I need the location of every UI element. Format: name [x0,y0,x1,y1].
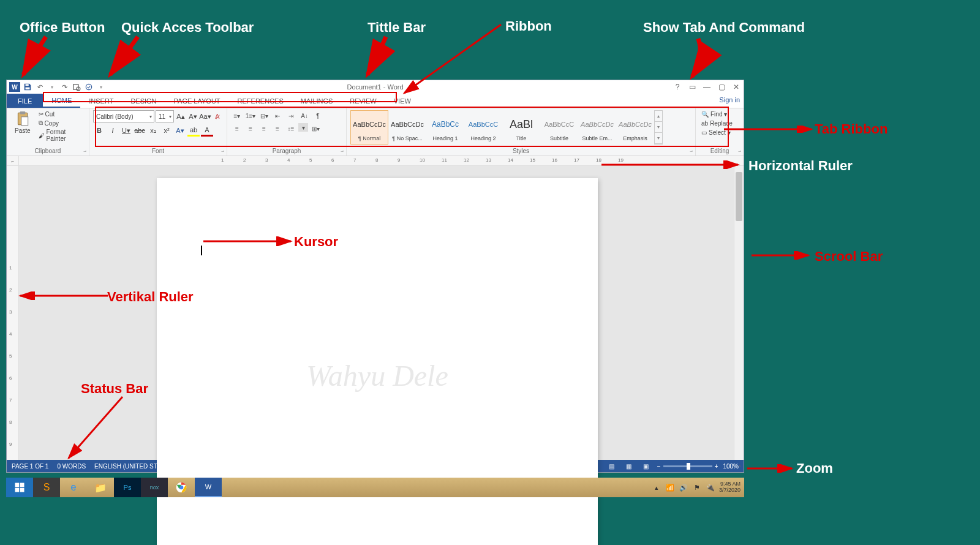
save-icon[interactable] [23,82,32,92]
qat-customize-icon[interactable]: ▾ [96,82,106,92]
undo-icon[interactable]: ↶ [35,82,45,92]
group-label-paragraph: Paragraph [231,146,342,154]
svg-rect-10 [15,488,20,492]
group-label-clipboard: Clipboard [10,146,85,154]
watermark-text: Wahyu Dele [306,359,448,393]
tray-power-icon[interactable]: 🔌 [706,483,715,492]
svg-rect-11 [20,488,24,492]
paste-button[interactable]: Paste [10,110,35,143]
windows-taskbar: S e 📁 Ps nox W ▴ 📶 🔊 ⚑ 🔌 9:45 AM 3/7/202… [6,478,744,497]
paste-label: Paste [15,127,31,134]
annotation-kursor: Kursor [294,234,338,250]
zoom-level[interactable]: 100% [723,463,739,470]
zoom-slider-thumb[interactable] [687,463,690,470]
ruler-corner: ⌐ [7,156,19,166]
collapse-ribbon-icon[interactable]: ˄ [738,464,741,471]
close-icon[interactable]: ✕ [731,83,741,91]
svg-rect-0 [26,84,29,86]
tray-clock[interactable]: 9:45 AM 3/7/2020 [719,481,741,494]
vertical-scrollbar[interactable] [734,166,744,460]
scrollbar-thumb[interactable] [736,172,742,221]
arrow-icon [12,31,61,83]
redo-icon[interactable]: ↷ [59,82,69,92]
vertical-ruler[interactable]: 123456789 [7,166,19,460]
taskbar-app-word[interactable]: W [195,478,222,497]
tray-network-icon[interactable]: 📶 [665,483,675,492]
qat-custom-2-icon[interactable] [84,82,94,92]
taskbar-app-chrome[interactable] [168,478,195,497]
svg-rect-8 [15,483,20,487]
minimize-icon[interactable]: — [702,83,712,91]
tray-flag-icon[interactable]: ⚑ [692,483,702,492]
start-button[interactable] [6,478,33,497]
highlight-box-tabs [43,92,397,102]
arrow-icon [680,34,729,83]
paste-icon [15,110,31,127]
scissors-icon: ✂ [39,111,43,118]
window-controls: ? ▭ — ▢ ✕ [673,83,741,91]
word-logo-icon[interactable]: W [9,82,20,92]
web-layout-icon[interactable]: ▣ [640,462,652,470]
cut-button[interactable]: ✂Cut [37,110,85,118]
zoom-out-button[interactable]: − [657,463,661,470]
annotation-zoom: Zoom [796,460,833,476]
arrow-icon [17,291,109,300]
arrow-icon [202,236,294,246]
undo-dropdown-icon[interactable]: ▾ [47,82,57,92]
quick-access-toolbar: W ↶ ▾ ↷ ▾ [7,82,108,92]
zoom-in-button[interactable]: + [715,463,718,470]
tab-file[interactable]: FILE [7,94,43,108]
svg-rect-7 [21,117,28,126]
group-label-font: Font [93,146,223,154]
annotation-tab-ribbon: Tab Ribbon [815,121,888,137]
ribbon-options-icon[interactable]: ▭ [687,83,697,91]
brush-icon: 🖌 [39,132,45,139]
taskbar-app-explorer[interactable]: 📁 [87,478,114,497]
sign-in-link[interactable]: Sign in [719,96,740,103]
zoom-control: − + [657,463,718,470]
svg-rect-1 [26,88,30,90]
taskbar-app-sublime[interactable]: S [33,478,60,497]
arrow-icon [723,126,815,133]
tray-sound-icon[interactable]: 🔊 [679,483,688,492]
arrow-icon [746,464,795,473]
annotation-horizontal-ruler: Horizontal Ruler [748,158,853,174]
arrow-icon [104,31,153,83]
arrow-icon [600,160,741,169]
document-title: Document1 - Word [347,83,403,91]
taskbar-app-photoshop[interactable]: Ps [114,478,141,497]
svg-point-4 [86,84,91,89]
taskbar-app-nox[interactable]: nox [141,478,168,497]
read-mode-icon[interactable]: ▤ [606,462,618,470]
arrow-icon [750,251,812,260]
status-page[interactable]: PAGE 1 OF 1 [12,463,48,470]
group-clipboard: Paste ✂Cut ⧉Copy 🖌Format Painter Clipboa… [7,108,89,156]
highlight-box-ribbon [95,107,729,147]
arrow-icon [352,31,401,83]
annotation-vertikal-ruler: Vertikal Ruler [107,289,194,305]
arrow-icon [398,18,508,98]
taskbar-app-ie[interactable]: e [60,478,87,497]
help-icon[interactable]: ? [673,83,682,91]
arrow-icon [61,392,135,465]
zoom-slider[interactable] [663,465,712,467]
copy-icon: ⧉ [39,119,43,127]
group-label-editing: Editing [699,146,740,154]
print-layout-icon[interactable]: ▦ [623,462,635,470]
text-cursor [201,246,202,255]
svg-rect-6 [20,111,25,114]
annotation-scroll-bar: Scrool Bar [815,249,883,265]
annotation-ribbon: Ribbon [505,18,552,34]
svg-rect-9 [20,483,24,487]
group-label-styles: Styles [350,146,692,154]
format-painter-button[interactable]: 🖌Format Painter [37,128,85,143]
copy-button[interactable]: ⧉Copy [37,119,85,127]
tray-up-icon[interactable]: ▴ [652,483,662,492]
restore-icon[interactable]: ▢ [717,83,726,91]
qat-custom-1-icon[interactable] [72,82,81,92]
